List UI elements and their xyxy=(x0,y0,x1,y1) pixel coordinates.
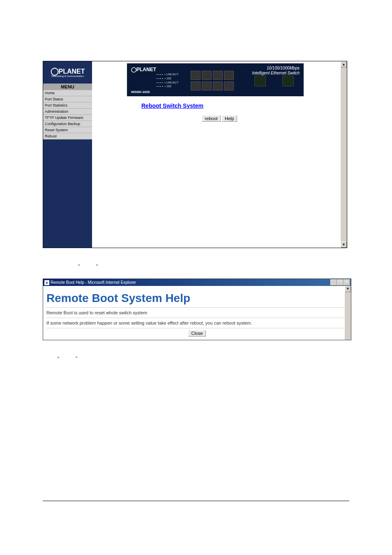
button-row: reboot Help xyxy=(92,115,347,122)
window-title: Remote Boot Help - Microsoft Internet Ex… xyxy=(51,280,136,285)
help-line-2: If some network problem happen or some s… xyxy=(46,318,348,328)
reboot-button[interactable]: reboot xyxy=(202,115,220,122)
quote-marks-2: “” xyxy=(58,356,392,361)
port-4 xyxy=(202,71,212,80)
scrollbar[interactable]: ▲ ▼ xyxy=(341,61,347,248)
ie-icon: e xyxy=(44,280,49,285)
banner-model: WGSD-1020 xyxy=(131,90,150,94)
menu-reset-system[interactable]: Reset System xyxy=(43,127,92,133)
port-7 xyxy=(224,81,234,91)
port-1 xyxy=(191,81,201,91)
planet-logo: ◯PLANET Networking & Communication xyxy=(51,67,85,77)
port-5 xyxy=(213,81,223,91)
close-row: Close xyxy=(46,328,348,338)
port-8 xyxy=(224,71,234,80)
port-10 xyxy=(282,76,294,86)
port-2 xyxy=(191,71,201,80)
help-window: e Remote Boot Help - Microsoft Internet … xyxy=(43,279,351,340)
switch-admin-window: ◯PLANET Networking & Communication MENU … xyxy=(43,61,347,248)
menu-config-backup[interactable]: Configuration Backup xyxy=(43,121,92,127)
scroll-down-icon[interactable]: ▼ xyxy=(341,242,347,248)
menu-tftp-update[interactable]: TFTP Update Firmware xyxy=(43,115,92,121)
port-6 xyxy=(213,71,223,80)
menu-title: MENU xyxy=(43,84,92,90)
banner-speed: 10/100/1000Mbps xyxy=(267,66,300,70)
port-3 xyxy=(202,81,212,91)
menu-reboot[interactable]: Reboot xyxy=(43,133,92,139)
led-indicators: • • • • • LNK/ACT • • • • • 100 • • • • … xyxy=(157,72,178,88)
page-heading: Reboot Switch System xyxy=(141,102,347,109)
scroll-up-icon[interactable]: ▲ xyxy=(341,61,347,67)
help-body: Remote Boot System Help Remote Boot is u… xyxy=(43,286,351,340)
quote-marks-1: ”” xyxy=(78,264,392,269)
horizontal-rule xyxy=(43,501,349,501)
menu-home[interactable]: Home xyxy=(43,90,92,96)
help-button[interactable]: Help xyxy=(222,115,237,122)
port-9 xyxy=(254,76,266,86)
menu-port-statistics[interactable]: Port Statistics xyxy=(43,102,92,109)
menu-port-status[interactable]: Port Status xyxy=(43,96,92,102)
help-scrollbar[interactable]: ▲ xyxy=(345,286,351,340)
content-area: ◯PLANET WGSD-1020 10/100/1000Mbps Intell… xyxy=(92,61,347,248)
close-help-button[interactable]: Close xyxy=(188,330,205,337)
close-button[interactable]: ✕ xyxy=(344,279,350,286)
banner-switch-label: Intelligent Ethernet Switch xyxy=(252,71,300,75)
titlebar: e Remote Boot Help - Microsoft Internet … xyxy=(43,279,351,286)
maximize-button[interactable]: ❐ xyxy=(337,279,344,286)
switch-banner: ◯PLANET WGSD-1020 10/100/1000Mbps Intell… xyxy=(127,63,304,96)
help-line-1: Remote Boot is used to reset whole switc… xyxy=(46,307,348,318)
help-heading: Remote Boot System Help xyxy=(46,288,348,307)
sidebar: ◯PLANET Networking & Communication MENU … xyxy=(43,61,92,248)
menu-administration[interactable]: Administration xyxy=(43,109,92,115)
minimize-button[interactable]: _ xyxy=(330,279,337,286)
scroll-up-icon[interactable]: ▲ xyxy=(345,286,351,292)
banner-logo: ◯PLANET xyxy=(131,67,156,72)
